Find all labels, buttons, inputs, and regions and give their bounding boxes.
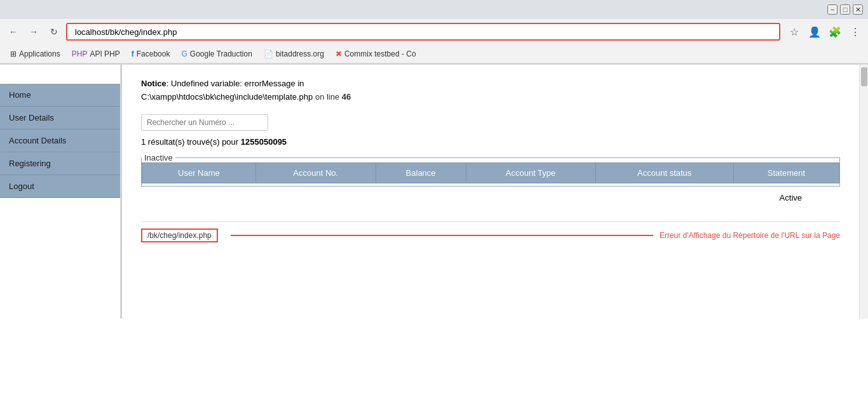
annotation-text: Erreur d'Affichage du Répertoire de l'UR… [660,231,840,240]
notice-keyword: Notice [141,79,166,88]
col-balance: Balance [376,162,466,183]
col-account-no: Account No. [255,162,376,183]
notice-block: Notice: Undefined variable: errorMessage… [141,77,840,104]
annotation-url-box: /bk/cheg/index.php [141,228,218,242]
title-bar: − □ ✕ [0,0,868,19]
bookmark-applications[interactable]: ⊞ Applications [5,48,65,60]
sidebar-item-registering[interactable]: Registering [0,152,120,175]
commix-icon: ✖ [336,50,342,58]
bookmark-star-button[interactable]: ☆ [787,24,802,39]
search-container [141,114,840,131]
bookmark-applications-label: Applications [19,50,60,58]
scrollbar-area[interactable] [859,65,868,319]
inactive-legend: Inactive [142,153,175,162]
facebook-icon: f [132,50,134,58]
table-header-row: User Name Account No. Balance Account Ty… [142,162,839,183]
sidebar-item-user-details[interactable]: User Details [0,107,120,129]
account-table: User Name Account No. Balance Account Ty… [142,162,839,183]
url-input[interactable] [66,23,780,41]
bookmark-api-php[interactable]: PHP API PHP [67,48,125,60]
bookmark-bitaddress-label: bitaddress.org [276,50,324,58]
scrollbar-thumb[interactable] [861,67,867,86]
reload-button[interactable]: ↻ [46,23,62,40]
sidebar: Home User Details Account Details Regist… [0,65,121,319]
notice-message: : Undefined variable: errorMessage in [166,79,304,88]
google-icon: G [181,50,187,58]
results-number-value: 1255050095 [241,137,287,147]
annotation-container: /bk/cheg/index.php Erreur d'Affichage du… [141,221,840,242]
bookmark-google-label: Google Traduction [190,50,252,58]
minimize-button[interactable]: − [827,4,837,15]
nav-bar: ← → ↻ ☆ 👤 🧩 ⋮ [0,19,868,44]
results-text: 1 résultat(s) trouvé(s) pour 1255050095 [141,137,840,147]
notice-path: C:\xampp\htdocs\bk\cheg\include\template… [141,92,313,102]
col-account-type: Account Type [466,162,595,183]
profile-button[interactable]: 👤 [807,24,822,39]
nav-icons: ☆ 👤 🧩 ⋮ [787,24,863,39]
bookmark-bitaddress[interactable]: 📄 bitaddress.org [259,48,329,60]
close-button[interactable]: ✕ [853,4,863,15]
maximize-button[interactable]: □ [840,4,850,15]
forward-button[interactable]: → [25,23,42,40]
sidebar-nav: Home User Details Account Details Regist… [0,84,120,198]
results-label: 1 résultat(s) trouvé(s) pour [141,137,238,147]
menu-button[interactable]: ⋮ [848,24,863,39]
sidebar-item-home[interactable]: Home [0,84,120,107]
active-status: Active [141,193,840,202]
bookmark-google-traduction[interactable]: G Google Traduction [176,48,257,60]
bookmark-commix[interactable]: ✖ Commix testbed - Co [330,48,421,60]
table-header: User Name Account No. Balance Account Ty… [142,162,839,183]
col-user-name: User Name [142,162,256,183]
bookmark-api-php-label: API PHP [90,50,119,58]
col-statement: Statement [733,162,839,183]
sidebar-item-logout[interactable]: Logout [0,175,120,198]
notice-line-number: 46 [342,92,351,102]
browser-chrome: − □ ✕ ← → ↻ ☆ 👤 🧩 ⋮ ⊞ Applications PHP A… [0,0,868,64]
annotation-line [231,235,653,236]
col-account-status: Account status [595,162,733,183]
extensions-button[interactable]: 🧩 [827,24,843,39]
bitaddress-icon: 📄 [264,50,273,58]
apps-icon: ⊞ [10,50,17,58]
sidebar-item-account-details[interactable]: Account Details [0,129,120,152]
bookmark-commix-label: Commix testbed - Co [344,50,416,58]
bookmark-facebook[interactable]: f Facebook [126,48,175,60]
back-button[interactable]: ← [5,23,22,40]
php-icon: PHP [72,50,88,58]
main-content: Notice: Undefined variable: errorMessage… [122,65,859,319]
bookmark-facebook-label: Facebook [137,50,170,58]
on-line-text: on line 46 [315,92,351,102]
search-input[interactable] [141,114,268,131]
bookmarks-bar: ⊞ Applications PHP API PHP f Facebook G … [0,44,868,63]
inactive-fieldset: Inactive User Name Account No. Balance A… [141,153,840,187]
